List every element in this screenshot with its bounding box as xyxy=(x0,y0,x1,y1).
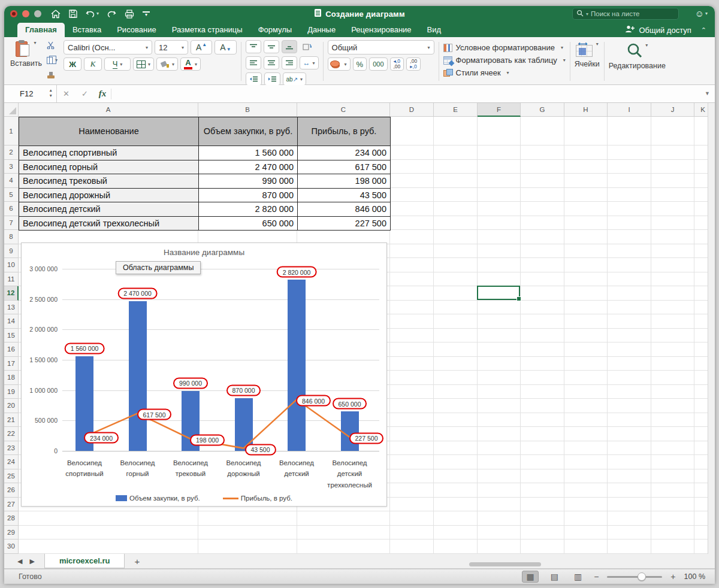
row-header-14[interactable]: 14 xyxy=(4,314,19,329)
zoom-slider[interactable] xyxy=(607,576,662,578)
sheet-prev-icon[interactable]: ◀ xyxy=(17,557,22,565)
italic-button[interactable]: К xyxy=(84,57,102,71)
align-right-button[interactable] xyxy=(282,56,297,69)
align-left-button[interactable] xyxy=(246,56,261,69)
search-input[interactable]: ▾ Поиск на листе xyxy=(572,8,679,20)
row-header-22[interactable]: 22 xyxy=(4,427,19,441)
table-cell[interactable]: 990 000 xyxy=(199,174,298,189)
chart-area[interactable]: Название диаграммы0500 0001 000 0001 500… xyxy=(21,243,387,507)
column-header-E[interactable]: E xyxy=(434,103,478,117)
table-cell[interactable]: 1 560 000 xyxy=(199,146,298,160)
chart-legend[interactable]: Объем закупки, в руб.Прибыль, в руб. xyxy=(22,495,386,502)
font-size-select[interactable]: 12▾ xyxy=(155,40,188,54)
table-header-cell[interactable]: Наименование xyxy=(19,117,199,146)
row-header-11[interactable]: 11 xyxy=(4,272,19,287)
table-cell[interactable]: Велосипед детский xyxy=(19,202,199,217)
table-cell[interactable]: 198 000 xyxy=(298,174,391,189)
table-cell[interactable]: 846 000 xyxy=(298,202,391,217)
table-cell[interactable]: 2 470 000 xyxy=(199,160,298,174)
line-data-label[interactable]: 617 500 xyxy=(137,409,172,420)
column-header-B[interactable]: B xyxy=(198,103,297,117)
percent-format-button[interactable]: % xyxy=(353,57,367,71)
row-header-26[interactable]: 26 xyxy=(4,483,19,498)
table-header-cell[interactable]: Объем закупки, в руб. xyxy=(199,117,298,146)
collapse-ribbon-icon[interactable]: ⌃ xyxy=(701,26,706,34)
increase-indent-button[interactable] xyxy=(264,72,280,86)
bar-data-label[interactable]: 990 000 xyxy=(173,377,208,389)
line-data-label[interactable]: 198 000 xyxy=(190,434,225,445)
wrap-text-button[interactable]: ↔▾ xyxy=(300,56,319,69)
row-header-9[interactable]: 9 xyxy=(4,244,19,259)
increase-font-button[interactable]: A▲ xyxy=(191,40,212,54)
row-header-4[interactable]: 4 xyxy=(4,174,19,188)
undo-icon[interactable]: ▾ xyxy=(86,10,99,18)
home-icon[interactable] xyxy=(51,10,61,19)
table-cell[interactable]: Велосипед спортивный xyxy=(19,146,199,160)
add-sheet-button[interactable]: + xyxy=(125,554,149,568)
align-center-button[interactable] xyxy=(264,56,279,69)
table-cell[interactable]: Велосипед горный xyxy=(19,160,199,174)
row-header-19[interactable]: 19 xyxy=(4,385,19,399)
table-cell[interactable]: Велосипед трековый xyxy=(19,174,199,189)
horizontal-scrollbar[interactable] xyxy=(469,562,541,566)
name-box[interactable]: F12 ▲▼ xyxy=(4,85,57,102)
align-middle-button[interactable] xyxy=(264,40,279,53)
text-direction-button[interactable]: ab↗▾ xyxy=(283,72,307,86)
row-header-17[interactable]: 17 xyxy=(4,357,19,371)
bar-data-label[interactable]: 870 000 xyxy=(226,384,261,396)
row-header-16[interactable]: 16 xyxy=(4,343,19,357)
format-as-table-button[interactable]: Форматировать как таблицу▾ xyxy=(443,54,566,66)
tab-Рецензирование[interactable]: Рецензирование xyxy=(343,23,419,37)
chart-title[interactable]: Название диаграммы xyxy=(22,248,386,257)
cells-menu-button[interactable]: ⟷ ▾ Ячейки xyxy=(575,40,600,83)
row-header-24[interactable]: 24 xyxy=(4,455,19,469)
row-header-15[interactable]: 15 xyxy=(4,329,19,343)
sheet-tab-active[interactable]: microexcel.ru xyxy=(44,554,125,568)
format-painter-button[interactable] xyxy=(47,72,58,79)
table-cell[interactable]: 617 500 xyxy=(298,160,391,174)
name-box-stepper[interactable]: ▲▼ xyxy=(49,87,53,98)
chart-bar[interactable] xyxy=(235,398,253,451)
column-header-J[interactable]: J xyxy=(651,103,694,117)
row-header-13[interactable]: 13 xyxy=(4,301,19,315)
row-header-30[interactable]: 30 xyxy=(4,539,19,554)
chart-bar[interactable] xyxy=(341,411,359,451)
close-button[interactable] xyxy=(10,10,17,17)
line-data-label[interactable]: 846 000 xyxy=(296,395,331,407)
page-break-view-icon[interactable]: ▥ xyxy=(570,571,585,582)
decrease-font-button[interactable]: A▼ xyxy=(215,40,236,54)
table-cell[interactable]: 2 820 000 xyxy=(199,202,298,217)
paste-button[interactable]: ▾ Вставить xyxy=(10,40,42,83)
row-header-23[interactable]: 23 xyxy=(4,441,19,456)
formula-input[interactable] xyxy=(111,85,715,102)
table-cell[interactable]: 234 000 xyxy=(298,146,391,160)
save-icon[interactable] xyxy=(69,10,77,18)
cell-styles-button[interactable]: Стили ячеек▾ xyxy=(443,66,566,79)
line-data-label[interactable]: 227 500 xyxy=(349,432,384,444)
row-header-27[interactable]: 27 xyxy=(4,498,19,512)
cancel-icon[interactable]: ✕ xyxy=(57,89,75,98)
zoom-slider-thumb[interactable] xyxy=(638,572,646,581)
bar-data-label[interactable]: 2 470 000 xyxy=(117,287,158,299)
vertical-scrollbar[interactable] xyxy=(708,103,715,554)
legend-item-line[interactable]: Прибыль, в руб. xyxy=(223,495,292,502)
zoom-window-button[interactable] xyxy=(34,10,41,17)
row-header-2[interactable]: 2 xyxy=(4,146,19,160)
row-header-25[interactable]: 25 xyxy=(4,469,19,484)
font-color-button[interactable]: А▾ xyxy=(180,57,201,71)
row-header-18[interactable]: 18 xyxy=(4,371,19,385)
column-header-C[interactable]: C xyxy=(297,103,390,117)
minimize-button[interactable] xyxy=(22,10,29,17)
chart-bar[interactable] xyxy=(129,301,147,451)
column-header-F[interactable]: F xyxy=(478,103,521,117)
row-header-5[interactable]: 5 xyxy=(4,188,19,202)
line-data-label[interactable]: 43 500 xyxy=(244,444,276,455)
table-cell[interactable]: 650 000 xyxy=(199,216,298,231)
normal-view-icon[interactable]: ▦ xyxy=(522,571,538,583)
tab-Формулы[interactable]: Формулы xyxy=(250,23,300,37)
copy-button[interactable]: ▾ xyxy=(47,56,58,65)
zoom-out-button[interactable]: − xyxy=(594,572,599,581)
tab-Данные[interactable]: Данные xyxy=(300,23,343,37)
bar-data-label[interactable]: 650 000 xyxy=(333,398,367,410)
sheet-grid[interactable]: ABCDEFGHIJK12345678910111213141516171819… xyxy=(4,103,715,554)
